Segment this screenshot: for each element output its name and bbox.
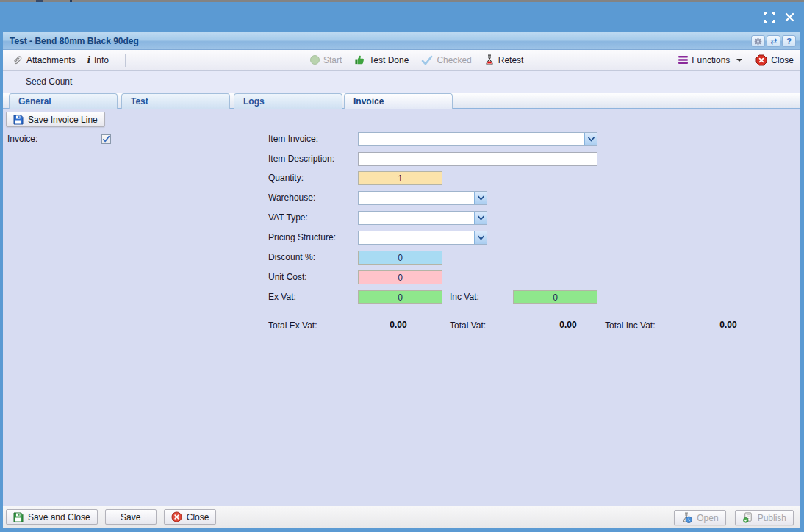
attachments-label: Attachments — [26, 55, 76, 65]
window-close-button[interactable] — [784, 12, 795, 23]
paperclip-icon — [12, 54, 23, 65]
subheader-row: Seed Count — [3, 71, 800, 93]
quantity-input[interactable]: 1 — [358, 171, 442, 185]
warehouse-dropdown-button[interactable] — [474, 192, 487, 204]
item-invoice-label: Item Invoice: — [268, 132, 318, 146]
test-done-button[interactable]: Test Done — [354, 50, 409, 70]
toolbar-right-group: Functions Close — [678, 50, 794, 70]
start-button[interactable]: Start — [310, 50, 342, 70]
tab-test[interactable]: Test — [121, 93, 230, 109]
checkbox-check-icon — [102, 135, 110, 143]
toolbar-left-group: Attachments i Info — [12, 50, 130, 70]
unit-cost-input[interactable]: 0 — [358, 270, 442, 284]
info-button[interactable]: i Info — [87, 50, 109, 70]
total-inc-vat-value: 0.00 — [673, 320, 783, 331]
ex-vat-input[interactable]: 0 — [358, 290, 442, 304]
chevron-down-icon — [477, 215, 485, 221]
warehouse-select[interactable] — [358, 191, 487, 205]
open-label: Open — [697, 513, 718, 523]
unit-cost-label: Unit Cost: — [268, 270, 307, 284]
functions-button[interactable]: Functions — [678, 50, 742, 70]
settings-button[interactable] — [751, 35, 765, 47]
titlebar-mini-buttons: ⇄ ? — [751, 35, 796, 47]
start-circle-icon — [310, 55, 320, 65]
save-button[interactable]: Save — [105, 509, 157, 525]
retest-label: Retest — [498, 55, 524, 65]
toolbar-center-group: Start Test Done Checked — [310, 50, 523, 70]
test-done-label: Test Done — [369, 55, 409, 65]
item-invoice-select[interactable] — [358, 132, 597, 146]
flask-icon — [484, 54, 495, 65]
save-label: Save — [121, 512, 140, 522]
top-edge-artifact — [0, 0, 804, 2]
dialog-title: Test - Bend 80mm Black 90deg — [10, 32, 139, 50]
save-invoice-line-button[interactable]: Save Invoice Line — [6, 112, 105, 127]
attachments-button[interactable]: Attachments — [12, 50, 76, 70]
top-edge-artifact — [70, 0, 72, 2]
close-icon — [785, 12, 794, 22]
footer-right-group: Open Publish — [674, 510, 794, 525]
vat-type-dropdown-button[interactable] — [474, 212, 487, 224]
info-label: Info — [94, 55, 109, 65]
save-and-close-button[interactable]: Save and Close — [6, 509, 98, 525]
start-label: Start — [323, 55, 342, 65]
footer-left-group: Save and Close Save Close — [6, 509, 216, 525]
toolbar: Attachments i Info Start Test Done — [3, 50, 800, 71]
chevron-down-icon — [587, 136, 595, 143]
toolbar-close-label: Close — [771, 55, 794, 65]
item-description-label: Item Description: — [268, 152, 334, 166]
open-button[interactable]: Open — [674, 510, 725, 525]
pricing-structure-dropdown-button[interactable] — [474, 231, 487, 244]
stop-close-icon — [755, 54, 767, 66]
top-edge-artifact — [36, 0, 43, 2]
inc-vat-input[interactable]: 0 — [513, 290, 597, 304]
retest-button[interactable]: Retest — [484, 50, 524, 70]
save-icon — [13, 512, 24, 522]
pricing-structure-label: Pricing Structure: — [268, 231, 336, 245]
chevron-down-icon — [477, 195, 485, 201]
vat-type-value — [359, 212, 474, 224]
refresh-button[interactable]: ⇄ — [767, 35, 780, 47]
invoice-checkbox-label: Invoice: — [7, 132, 37, 146]
help-icon: ? — [786, 37, 792, 46]
total-vat-label: Total Vat: — [450, 319, 486, 333]
warehouse-value — [359, 192, 474, 204]
gear-icon — [754, 37, 762, 46]
maximize-button[interactable] — [764, 12, 775, 23]
discount-input[interactable]: 0 — [358, 251, 442, 265]
toolbar-close-button[interactable]: Close — [755, 50, 794, 70]
ex-vat-label: Ex Vat: — [268, 290, 296, 304]
discount-label: Discount %: — [268, 251, 315, 265]
item-invoice-value — [359, 133, 584, 145]
item-description-input[interactable] — [358, 152, 597, 166]
publish-button[interactable]: Publish — [735, 510, 794, 525]
warehouse-label: Warehouse: — [268, 191, 315, 205]
close-button[interactable]: Close — [164, 509, 217, 525]
footer-bar: Save and Close Save Close — [3, 506, 800, 528]
vat-type-label: VAT Type: — [268, 211, 308, 225]
info-icon: i — [87, 54, 90, 66]
menu-bars-icon — [678, 56, 688, 64]
publish-doc-icon — [742, 512, 753, 523]
total-ex-vat-label: Total Ex Vat: — [268, 319, 317, 333]
checked-label: Checked — [437, 55, 471, 65]
seed-count-label: Seed Count — [26, 71, 72, 93]
pricing-structure-select[interactable] — [358, 231, 487, 245]
help-button[interactable]: ? — [782, 35, 796, 47]
total-ex-vat-value: 0.00 — [347, 320, 450, 331]
vat-type-select[interactable] — [358, 211, 487, 225]
tab-logs[interactable]: Logs — [234, 93, 342, 109]
check-icon — [421, 55, 433, 65]
pricing-structure-value — [359, 231, 474, 244]
maximize-icon — [764, 12, 775, 23]
item-invoice-dropdown-button[interactable] — [584, 133, 597, 145]
tab-general[interactable]: General — [9, 93, 118, 109]
save-icon — [13, 115, 24, 125]
chevron-down-icon — [477, 234, 485, 241]
invoice-checkbox[interactable] — [101, 134, 111, 144]
checked-button[interactable]: Checked — [421, 50, 471, 70]
flask-clock-icon — [681, 512, 692, 523]
publish-label: Publish — [758, 513, 786, 523]
window-controls — [764, 12, 795, 23]
tab-invoice[interactable]: Invoice — [344, 93, 453, 109]
